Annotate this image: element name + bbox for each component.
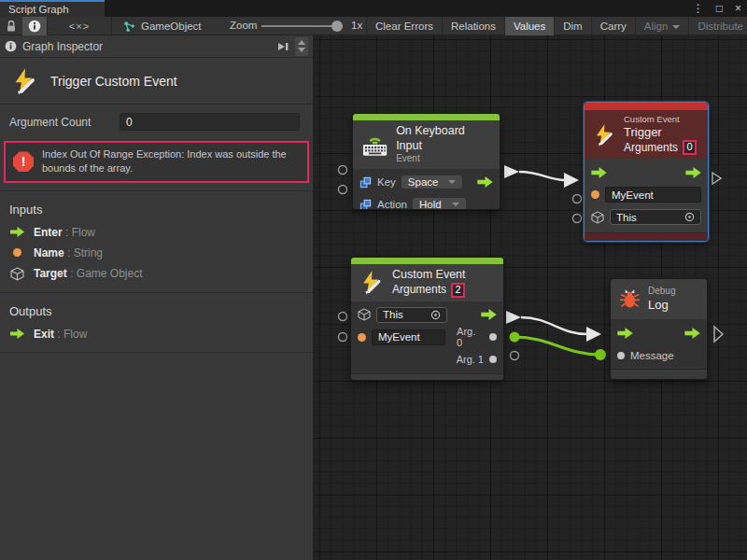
flow-row bbox=[591, 162, 701, 182]
dim-button[interactable]: Dim bbox=[554, 17, 590, 35]
lock-icon bbox=[6, 20, 17, 33]
window-controls: ⋮ □ × bbox=[693, 0, 741, 17]
node-debug-log[interactable]: Debug Log Message bbox=[610, 278, 708, 380]
zoom-label: Zoom bbox=[230, 20, 257, 31]
close-icon[interactable]: × bbox=[735, 0, 741, 17]
info-icon bbox=[28, 20, 41, 33]
flow-input-arrow-icon[interactable] bbox=[591, 167, 607, 178]
relations-button[interactable]: Relations bbox=[442, 17, 504, 35]
output-port-exit: Exit : Flow bbox=[0, 324, 313, 344]
arguments-label: Arguments bbox=[392, 283, 446, 297]
target-picker-icon bbox=[430, 310, 441, 320]
tab-title: Script Graph bbox=[8, 4, 69, 15]
lock-button[interactable] bbox=[0, 17, 22, 35]
message-row: Message bbox=[617, 345, 700, 365]
distribute-dropdown[interactable]: Distribute bbox=[688, 17, 747, 35]
wire-end-arrow bbox=[586, 327, 601, 342]
selected-node-title: Trigger Custom Event bbox=[50, 74, 177, 89]
flow-output-arrow-icon[interactable] bbox=[481, 309, 497, 320]
chevron-down-icon bbox=[448, 180, 456, 184]
port-circle[interactable] bbox=[573, 215, 582, 223]
panel-resize-stepper[interactable] bbox=[295, 37, 308, 56]
flow-output-arrow-icon[interactable] bbox=[684, 328, 700, 339]
string-port-icon[interactable] bbox=[358, 333, 366, 342]
inspector-toggle-button[interactable] bbox=[22, 17, 47, 35]
node-header: Debug Log bbox=[611, 279, 707, 319]
wire-end-arrow bbox=[564, 173, 579, 188]
flow-out-triangle[interactable] bbox=[714, 327, 723, 342]
inputs-section: Inputs Enter : Flow Name : String Target… bbox=[0, 190, 313, 293]
key-dropdown[interactable]: Space bbox=[402, 175, 463, 189]
key-row: Key Space bbox=[359, 173, 493, 192]
arguments-count-badge[interactable]: 2 bbox=[451, 283, 465, 298]
node-title: On Keyboard Input bbox=[396, 124, 491, 153]
port-circle[interactable] bbox=[339, 333, 347, 342]
event-name-field[interactable]: MyEvent bbox=[372, 329, 445, 345]
event-color-bar bbox=[351, 258, 503, 264]
string-port-icon[interactable] bbox=[591, 190, 599, 199]
gameobject-cube-icon[interactable] bbox=[358, 308, 371, 321]
input-port-target: Target : Game Object bbox=[0, 263, 313, 285]
graph-canvas[interactable]: On Keyboard Input Event Key Space Action… bbox=[315, 35, 747, 560]
node-footer bbox=[585, 232, 708, 241]
arguments-count-badge[interactable]: 0 bbox=[683, 140, 697, 155]
flow-output-arrow-icon[interactable] bbox=[685, 167, 701, 178]
code-view-button[interactable]: <×> bbox=[47, 17, 112, 35]
port-circle[interactable] bbox=[339, 186, 347, 194]
arg0-port-icon[interactable] bbox=[489, 333, 497, 341]
align-dropdown[interactable]: Align bbox=[635, 17, 689, 35]
node-custom-event[interactable]: Custom Event Arguments 2 This bbox=[350, 257, 504, 381]
node-title: Log bbox=[648, 298, 675, 313]
dock-icon[interactable] bbox=[276, 41, 289, 52]
error-text: Index Out Of Range Exception: Index was … bbox=[42, 147, 300, 176]
error-color-bar bbox=[585, 103, 708, 110]
target-dropdown[interactable]: This bbox=[376, 307, 447, 323]
action-dropdown[interactable]: Hold bbox=[413, 198, 466, 210]
argument-count-input[interactable] bbox=[120, 113, 300, 131]
target-picker-icon bbox=[684, 212, 695, 222]
custom-event-icon bbox=[11, 67, 39, 95]
node-on-keyboard-input[interactable]: On Keyboard Input Event Key Space Action… bbox=[352, 113, 500, 210]
menu-icon[interactable]: ⋮ bbox=[693, 0, 704, 17]
zoom-slider-track[interactable] bbox=[261, 25, 340, 27]
node-body: MyEvent This bbox=[585, 159, 708, 232]
carry-button[interactable]: Carry bbox=[591, 17, 635, 35]
port-circle[interactable] bbox=[339, 166, 347, 175]
zoom-slider-handle[interactable] bbox=[331, 21, 343, 32]
gameobject-reference[interactable]: GameObject bbox=[123, 17, 202, 35]
target-dropdown[interactable]: This bbox=[610, 209, 701, 225]
chevron-up-icon bbox=[298, 40, 305, 45]
flow-out-triangle[interactable] bbox=[712, 173, 721, 184]
arg1-port-icon[interactable] bbox=[489, 356, 497, 363]
graph-toolbar: <×> GameObject Zoom 1x Clear Errors Rela… bbox=[0, 17, 747, 35]
port-circle[interactable] bbox=[511, 352, 519, 360]
node-footer bbox=[351, 373, 503, 381]
node-trigger-custom-event[interactable]: Custom Event Trigger Arguments 0 MyEvent bbox=[584, 102, 709, 242]
node-title: Trigger bbox=[624, 125, 697, 140]
wire-start-arrow bbox=[504, 165, 519, 178]
wire-end-dot bbox=[595, 349, 606, 360]
maximize-icon[interactable]: □ bbox=[716, 0, 723, 17]
tab-script-graph[interactable]: Script Graph bbox=[0, 0, 105, 17]
key-enum-icon bbox=[359, 176, 372, 189]
target-row: This bbox=[358, 305, 497, 325]
gameobject-icon bbox=[123, 21, 135, 33]
arg1-row: Arg. 1 bbox=[358, 350, 497, 370]
flow-input-arrow-icon[interactable] bbox=[617, 328, 633, 339]
string-port-icon bbox=[13, 248, 21, 257]
message-port-icon[interactable] bbox=[617, 352, 625, 359]
flow-output-arrow-icon[interactable] bbox=[477, 176, 493, 188]
inputs-header: Inputs bbox=[0, 195, 313, 222]
values-button[interactable]: Values bbox=[504, 17, 554, 35]
clear-errors-button[interactable]: Clear Errors bbox=[366, 17, 442, 35]
node-header: Custom Event Arguments 2 bbox=[351, 264, 503, 301]
event-name-row: MyEvent Arg. 0 bbox=[358, 328, 497, 347]
event-name-field[interactable]: MyEvent bbox=[605, 187, 701, 203]
port-circle[interactable] bbox=[339, 313, 347, 321]
toolbar-button-group: Clear Errors Relations Values Dim Carry … bbox=[366, 17, 747, 35]
outputs-header: Outputs bbox=[0, 297, 313, 324]
arg1-label: Arg. 1 bbox=[457, 354, 484, 365]
port-circle[interactable] bbox=[573, 195, 582, 203]
gameobject-cube-icon[interactable] bbox=[591, 211, 604, 224]
chevron-down-icon bbox=[452, 203, 459, 206]
